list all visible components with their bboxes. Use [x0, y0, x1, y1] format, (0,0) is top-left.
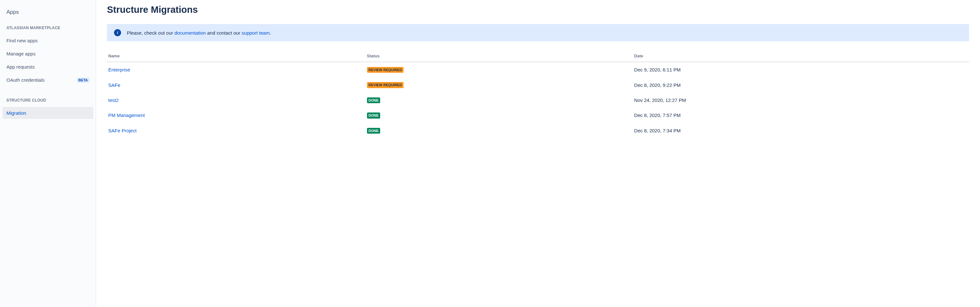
main-content: Structure Migrations Please, check out o… — [96, 0, 980, 307]
migration-link[interactable]: Enterprise — [108, 67, 130, 72]
sidebar-item-find-new-apps[interactable]: Find new apps — [3, 35, 93, 46]
sidebar-item-label: Manage apps — [6, 51, 35, 56]
sidebar-item-label: Migration — [6, 110, 26, 116]
page-title: Structure Migrations — [107, 5, 969, 15]
sidebar-group-header: ATLASSIAN MARKETPLACE — [3, 22, 93, 33]
banner-link[interactable]: documentation — [174, 30, 205, 35]
migration-link[interactable]: test2 — [108, 98, 119, 103]
sidebar-item-migration[interactable]: Migration — [3, 107, 93, 119]
status-badge: DONE — [367, 128, 380, 134]
table-row: SAFe ProjectDONEDec 8, 2020, 7:34 PM — [107, 123, 969, 138]
sidebar-item-app-requests[interactable]: App requests — [3, 61, 93, 73]
migration-date: Dec 8, 2020, 9:22 PM — [633, 77, 969, 92]
table-row: test2DONENov 24, 2020, 12:27 PM — [107, 93, 969, 108]
migration-link[interactable]: PM Management — [108, 112, 145, 118]
migration-date: Dec 9, 2020, 6:11 PM — [633, 62, 969, 77]
migration-link[interactable]: SAFe Project — [108, 128, 137, 133]
status-badge: REVIEW REQUIRED — [367, 67, 404, 73]
info-banner: Please, check out our documentation and … — [107, 24, 969, 42]
banner-link[interactable]: support team — [242, 30, 270, 35]
beta-badge: BETA — [77, 78, 89, 83]
info-icon — [114, 29, 121, 36]
migration-date: Dec 8, 2020, 7:34 PM — [633, 123, 969, 138]
column-header-name: Name — [107, 51, 366, 62]
sidebar-item-label: Find new apps — [6, 38, 38, 43]
sidebar-item-manage-apps[interactable]: Manage apps — [3, 48, 93, 59]
sidebar-item-oauth-credentials[interactable]: OAuth credentialsBETA — [3, 74, 93, 86]
column-header-date: Date — [633, 51, 969, 62]
sidebar-item-label: App requests — [6, 64, 35, 70]
info-banner-text: Please, check out our documentation and … — [127, 30, 271, 35]
migration-date: Dec 8, 2020, 7:57 PM — [633, 108, 969, 123]
migration-date: Nov 24, 2020, 12:27 PM — [633, 93, 969, 108]
status-badge: DONE — [367, 98, 380, 103]
sidebar-item-label: OAuth credentials — [6, 77, 45, 83]
migrations-table: Name Status Date EnterpriseREVIEW REQUIR… — [107, 51, 969, 138]
sidebar-group-header: STRUCTURE CLOUD — [3, 95, 93, 106]
table-row: PM ManagementDONEDec 8, 2020, 7:57 PM — [107, 108, 969, 123]
sidebar: Apps ATLASSIAN MARKETPLACEFind new appsM… — [0, 0, 96, 307]
status-badge: REVIEW REQUIRED — [367, 82, 404, 88]
table-row: SAFeREVIEW REQUIREDDec 8, 2020, 9:22 PM — [107, 77, 969, 92]
migration-link[interactable]: SAFe — [108, 82, 121, 88]
sidebar-title: Apps — [3, 6, 93, 22]
status-badge: DONE — [367, 112, 380, 118]
table-row: EnterpriseREVIEW REQUIREDDec 9, 2020, 6:… — [107, 62, 969, 77]
column-header-status: Status — [366, 51, 633, 62]
